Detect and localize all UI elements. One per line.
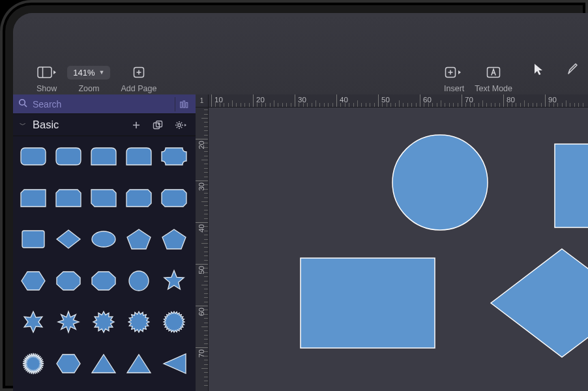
- duplicate-icon[interactable]: [150, 121, 166, 130]
- shape-rounded-tab[interactable]: [89, 143, 119, 170]
- library-icon[interactable]: [175, 97, 190, 111]
- show-label: Show: [37, 84, 57, 93]
- svg-marker-36: [57, 272, 80, 290]
- svg-rect-11: [181, 102, 183, 108]
- svg-rect-51: [555, 144, 588, 227]
- svg-line-27: [177, 126, 177, 127]
- svg-rect-30: [22, 231, 44, 248]
- svg-point-38: [129, 271, 149, 291]
- zoom-value: 141%: [73, 68, 95, 78]
- add-page-tool[interactable]: Add Page: [115, 65, 162, 93]
- svg-marker-53: [491, 249, 588, 357]
- svg-point-32: [92, 231, 115, 247]
- svg-marker-45: [23, 353, 44, 374]
- plus-box-icon: [133, 65, 145, 80]
- shape-star-8[interactable]: [53, 308, 83, 336]
- shape-round-octagon[interactable]: [53, 143, 83, 170]
- svg-line-28: [181, 122, 182, 123]
- svg-line-26: [181, 126, 182, 127]
- svg-marker-37: [92, 272, 115, 290]
- shape-plaque[interactable]: [159, 143, 189, 170]
- shape-cut-corner-rect-5[interactable]: [159, 184, 189, 212]
- canvas[interactable]: [209, 108, 588, 391]
- canvas-rect-shape-2[interactable]: [554, 143, 588, 228]
- search-input[interactable]: [33, 99, 169, 109]
- left-ruler[interactable]: 10203040506070: [196, 94, 209, 391]
- toolbar: Show 141% ▼ Zoom Add Page: [13, 13, 588, 94]
- shape-star-6[interactable]: [18, 308, 48, 336]
- shape-octagon[interactable]: [53, 267, 83, 295]
- svg-line-25: [177, 122, 177, 123]
- shape-grid: [13, 136, 196, 391]
- shape-square[interactable]: [18, 225, 48, 253]
- shape-cut-corner-rect-1[interactable]: [18, 184, 48, 212]
- shape-triangle-up[interactable]: [89, 350, 119, 377]
- svg-marker-47: [92, 355, 115, 373]
- show-tool[interactable]: Show: [31, 65, 62, 93]
- svg-marker-35: [22, 272, 45, 290]
- shape-cut-corner-rect-3[interactable]: [89, 184, 119, 212]
- text-mode-label: Text Mode: [475, 84, 512, 93]
- zoom-tool[interactable]: 141% ▼ Zoom: [62, 65, 115, 93]
- svg-rect-29: [21, 148, 46, 165]
- gear-icon[interactable]: [172, 121, 189, 130]
- shapes-sidebar: ﹀ Basic: [13, 94, 196, 391]
- svg-rect-12: [183, 100, 185, 107]
- category-name: Basic: [33, 119, 123, 131]
- canvas-rect-shape[interactable]: [300, 257, 435, 349]
- ruler-corner: 1: [196, 94, 209, 108]
- top-ruler[interactable]: 102030405060708090: [209, 94, 588, 108]
- text-mode-tool[interactable]: Text Mode: [469, 65, 518, 93]
- sidebar-toggle-icon: [37, 65, 57, 80]
- svg-marker-39: [164, 270, 184, 289]
- shape-sun-burst[interactable]: [18, 350, 48, 377]
- pencil-tool-icon[interactable]: [563, 62, 581, 76]
- shape-rounded-rect[interactable]: [18, 143, 48, 170]
- svg-marker-31: [57, 230, 80, 248]
- canvas-diamond-shape[interactable]: [489, 248, 588, 358]
- category-header[interactable]: ﹀ Basic: [13, 114, 196, 136]
- svg-marker-46: [57, 355, 80, 373]
- canvas-circle-shape[interactable]: [391, 134, 489, 231]
- insert-tool[interactable]: Insert: [439, 65, 469, 93]
- shape-burst-24[interactable]: [159, 308, 189, 336]
- svg-marker-43: [128, 311, 149, 332]
- shape-burst-16[interactable]: [124, 308, 154, 336]
- add-shape-icon[interactable]: [129, 121, 143, 130]
- svg-marker-42: [93, 311, 114, 332]
- shape-cut-corner-rect-2[interactable]: [53, 184, 83, 212]
- canvas-region: 1 102030405060708090 10203040506070: [196, 94, 588, 391]
- pointer-tool-icon[interactable]: [529, 62, 548, 76]
- svg-point-50: [392, 135, 488, 230]
- search-icon: [18, 98, 27, 109]
- shape-diamond[interactable]: [53, 225, 83, 253]
- svg-marker-41: [58, 311, 79, 332]
- zoom-label: Zoom: [78, 84, 99, 93]
- svg-marker-33: [127, 229, 151, 249]
- shape-pentagon[interactable]: [159, 225, 189, 253]
- svg-marker-40: [24, 311, 42, 332]
- shape-rounded-tab[interactable]: [124, 143, 154, 170]
- shape-hexagon[interactable]: [18, 267, 48, 295]
- svg-marker-49: [164, 354, 186, 373]
- shape-triangle-left[interactable]: [159, 350, 189, 377]
- zoom-pill[interactable]: 141% ▼: [67, 66, 110, 80]
- shape-hexagon[interactable]: [53, 350, 83, 377]
- shape-pentagon[interactable]: [124, 225, 154, 253]
- svg-rect-13: [186, 102, 188, 108]
- svg-point-9: [20, 100, 25, 106]
- svg-marker-48: [127, 355, 151, 373]
- chevron-down-icon: ▼: [99, 69, 105, 76]
- shape-burst-12[interactable]: [89, 308, 119, 336]
- shape-circle[interactable]: [124, 267, 154, 295]
- shape-cut-corner-rect-4[interactable]: [124, 184, 154, 212]
- insert-icon: [445, 65, 464, 80]
- add-page-label: Add Page: [121, 84, 156, 93]
- shape-ellipse[interactable]: [89, 225, 119, 253]
- svg-point-20: [178, 123, 181, 126]
- shape-triangle-up[interactable]: [124, 350, 154, 377]
- svg-marker-44: [164, 311, 184, 332]
- shape-octagon[interactable]: [89, 267, 119, 295]
- shape-star-5[interactable]: [159, 267, 189, 295]
- svg-line-10: [25, 105, 27, 108]
